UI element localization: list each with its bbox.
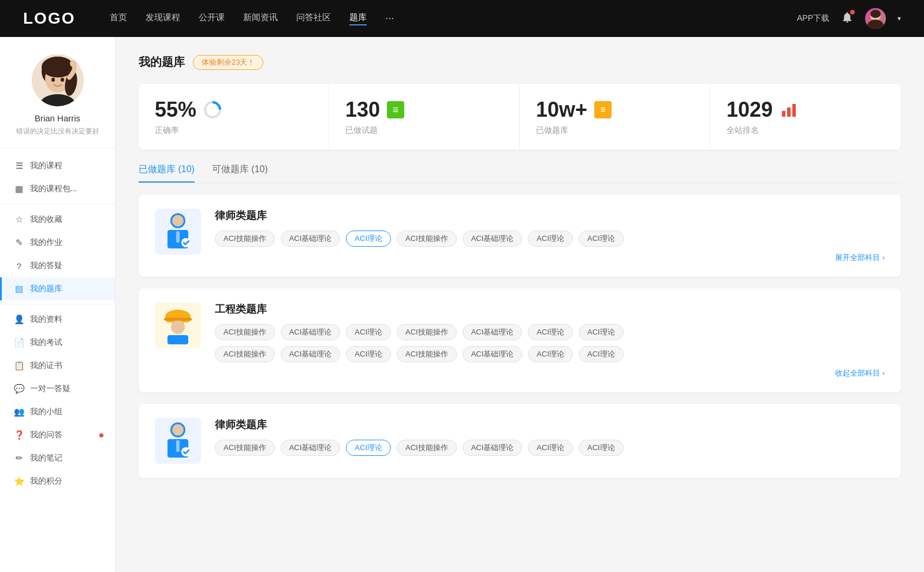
tag-2-12[interactable]: ACI基础理论 (463, 346, 523, 362)
tab-done-banks[interactable]: 已做题库 (10) (139, 164, 195, 183)
nav-more[interactable]: ··· (385, 12, 394, 25)
nav-chevron-icon[interactable]: ▾ (897, 14, 901, 23)
stat-ranking: 1029 全站排名 (710, 84, 901, 150)
tag-2-13[interactable]: ACI理论 (528, 346, 573, 362)
svg-rect-16 (787, 107, 791, 117)
profile-avatar-image (32, 54, 84, 106)
tag-2-11[interactable]: ACI技能操作 (397, 346, 457, 362)
course-icon: ☰ (14, 161, 24, 171)
sidebar-item-my-course[interactable]: ☰ 我的课程 (0, 154, 115, 177)
qa-notification-dot (99, 433, 103, 437)
qbank-card-1: 律师类题库 ACI技能操作 ACI基础理论 ACI理论 ACI技能操作 ACI基… (139, 195, 901, 277)
tag-2-6[interactable]: ACI理论 (528, 324, 573, 340)
exam-icon: 📄 (14, 337, 24, 348)
tag-1-1[interactable]: ACI技能操作 (215, 231, 275, 247)
sidebar-item-label: 一对一答疑 (30, 384, 70, 394)
tag-2-4[interactable]: ACI技能操作 (397, 324, 457, 340)
stat-top-accuracy: 55% (155, 98, 312, 122)
points-icon: ⭐ (14, 476, 24, 486)
nav-open-course[interactable]: 公开课 (199, 12, 225, 25)
tag-2-5[interactable]: ACI基础理论 (463, 324, 523, 340)
tag-2-1[interactable]: ACI技能操作 (215, 324, 275, 340)
qbank-card-inner-2: 工程类题库 ACI技能操作 ACI基础理论 ACI理论 ACI技能操作 ACI基… (155, 302, 885, 378)
tag-1-3[interactable]: ACI理论 (346, 231, 391, 247)
tag-2-9[interactable]: ACI基础理论 (281, 346, 341, 362)
nav-qbank[interactable]: 题库 (349, 12, 367, 25)
profile-name: Brian Harris (35, 113, 80, 123)
stat-done-banks: 10w+ ≡ 已做题库 (520, 84, 710, 150)
stat-top-done-q: 130 ≡ (345, 98, 503, 122)
nav-qa[interactable]: 问答社区 (296, 12, 331, 25)
qbank-card-2: 工程类题库 ACI技能操作 ACI基础理论 ACI理论 ACI技能操作 ACI基… (139, 288, 901, 392)
sidebar-item-qbank[interactable]: ▤ 我的题库 (0, 277, 115, 300)
sidebar-item-group[interactable]: 👥 我的小组 (0, 400, 115, 424)
collapse-link-2[interactable]: 收起全部科目 › (215, 368, 885, 378)
tag-2-2[interactable]: ACI基础理论 (281, 324, 341, 340)
qbank-tags-3: ACI技能操作 ACI基础理论 ACI理论 ACI技能操作 ACI基础理论 AC… (215, 440, 885, 456)
qbank-content-3: 律师类题库 ACI技能操作 ACI基础理论 ACI理论 ACI技能操作 ACI基… (215, 418, 885, 464)
tag-1-5[interactable]: ACI基础理论 (463, 231, 523, 247)
nav-home[interactable]: 首页 (110, 12, 127, 25)
qbank-icon: ▤ (14, 284, 24, 294)
tag-3-7[interactable]: ACI理论 (579, 440, 624, 456)
expand-link-1[interactable]: 展开全部科目 › (215, 252, 885, 263)
tag-3-6[interactable]: ACI理论 (528, 440, 573, 456)
svg-point-2 (870, 10, 881, 18)
tag-3-1[interactable]: ACI技能操作 (215, 440, 275, 456)
tag-3-2[interactable]: ACI基础理论 (281, 440, 341, 456)
svg-point-11 (61, 78, 64, 82)
bar-chart-icon (781, 102, 797, 118)
sidebar-item-points[interactable]: ⭐ 我的积分 (0, 470, 115, 493)
sidebar-item-favorites[interactable]: ☆ 我的收藏 (0, 208, 115, 231)
tag-2-14[interactable]: ACI理论 (579, 346, 624, 362)
tag-1-7[interactable]: ACI理论 (579, 231, 624, 247)
sidebar-item-label: 我的问答 (30, 430, 62, 440)
sidebar-item-label: 我的小组 (30, 407, 62, 417)
stat-top-rank: 1029 (726, 98, 885, 122)
sidebar-item-profile[interactable]: 👤 我的资料 (0, 308, 115, 331)
bell-icon[interactable] (841, 11, 854, 26)
svg-point-32 (181, 447, 191, 456)
tab-available-banks[interactable]: 可做题库 (10) (212, 164, 268, 183)
lawyer-icon (161, 211, 195, 252)
sidebar-item-course-package[interactable]: ▦ 我的课程包... (0, 177, 115, 200)
app-download-link[interactable]: APP下载 (797, 13, 829, 24)
tag-1-2[interactable]: ACI基础理论 (281, 231, 341, 247)
svg-rect-17 (792, 104, 796, 117)
qbank-card-inner-3: 律师类题库 ACI技能操作 ACI基础理论 ACI理论 ACI技能操作 ACI基… (155, 418, 885, 464)
sidebar-item-label: 我的资料 (30, 314, 62, 325)
nav-discover[interactable]: 发现课程 (146, 12, 180, 25)
sidebar-item-my-qa[interactable]: ❓ 我的问答 (0, 424, 115, 447)
tag-1-6[interactable]: ACI理论 (528, 231, 573, 247)
sidebar-item-homework[interactable]: ✎ 我的作业 (0, 231, 115, 254)
sidebar-item-exam[interactable]: 📄 我的考试 (0, 331, 115, 354)
nav-news[interactable]: 新闻资讯 (243, 12, 278, 25)
tag-2-10[interactable]: ACI理论 (346, 346, 391, 362)
qbank-title-3: 律师类题库 (215, 418, 885, 432)
main-content: 我的题库 体验剩余23天！ 55% 正确率 (116, 37, 924, 572)
tag-2-8[interactable]: ACI技能操作 (215, 346, 275, 362)
sidebar-item-label: 我的考试 (30, 337, 62, 348)
trial-badge: 体验剩余23天！ (193, 55, 263, 70)
qa-icon: ❓ (14, 430, 24, 440)
stat-value-rank: 1029 (726, 98, 773, 122)
sidebar-item-questions[interactable]: ? 我的答疑 (0, 254, 115, 277)
stat-value-accuracy: 55% (155, 98, 196, 122)
tag-3-4[interactable]: ACI技能操作 (397, 440, 457, 456)
qbank-card-inner-1: 律师类题库 ACI技能操作 ACI基础理论 ACI理论 ACI技能操作 ACI基… (155, 209, 885, 263)
logo: LOGO (23, 9, 75, 28)
tag-1-4[interactable]: ACI技能操作 (397, 231, 457, 247)
sidebar-item-one-on-one[interactable]: 💬 一对一答疑 (0, 377, 115, 400)
svg-point-22 (181, 238, 191, 247)
svg-rect-21 (176, 231, 180, 243)
sidebar-item-certificate[interactable]: 📋 我的证书 (0, 354, 115, 377)
tag-3-5[interactable]: ACI基础理论 (463, 440, 523, 456)
tag-2-7[interactable]: ACI理论 (579, 324, 624, 340)
page-title: 我的题库 (139, 54, 185, 70)
sidebar-item-label: 我的收藏 (30, 214, 62, 225)
tag-3-3[interactable]: ACI理论 (346, 440, 391, 456)
notes-icon: ✏ (14, 453, 24, 463)
avatar[interactable] (865, 8, 886, 29)
sidebar-item-notes[interactable]: ✏ 我的笔记 (0, 447, 115, 470)
tag-2-3[interactable]: ACI理论 (346, 324, 391, 340)
